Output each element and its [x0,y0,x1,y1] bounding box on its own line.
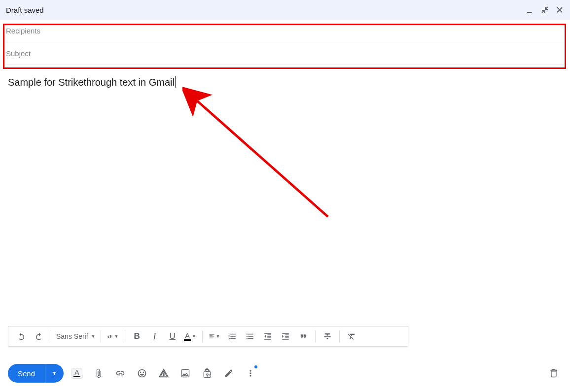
recipients-input[interactable] [6,27,564,35]
bottom-action-bar: Send ▼ A [8,361,562,385]
toolbar-separator [51,330,51,342]
link-icon[interactable] [115,368,126,379]
bold-icon[interactable]: B [131,330,143,342]
caret-down-icon: ▼ [91,334,96,339]
more-options-icon[interactable] [245,368,256,379]
redo-icon[interactable] [33,330,45,342]
notification-dot [254,365,257,368]
italic-icon[interactable]: I [149,330,161,342]
strikethrough-icon[interactable] [321,330,333,342]
font-name-label: Sans Serif [56,332,88,340]
toolbar-separator [339,330,340,342]
toolbar-separator [125,330,125,342]
svg-text:T: T [109,334,112,339]
svg-text:т: т [107,335,109,338]
compose-header: Draft saved [0,0,570,20]
subject-input[interactable] [6,49,564,58]
bottom-left-actions: Send ▼ A [8,364,259,383]
align-icon[interactable]: ▼ [209,330,220,342]
toolbar-separator [315,330,316,342]
svg-point-7 [249,375,251,376]
formatting-toolbar: Sans Serif ▼ тT ▼ B I U A ▼ ▼ [8,326,408,347]
toolbar-separator [202,330,203,342]
minimize-icon[interactable] [526,5,534,14]
svg-point-6 [249,372,251,374]
collapse-icon[interactable] [540,5,549,14]
svg-point-5 [249,370,251,371]
close-icon[interactable] [555,5,564,14]
indent-more-icon[interactable] [280,330,291,342]
body-text: Sample for Strikethrough text in Gmail [8,77,175,88]
undo-icon[interactable] [15,330,27,342]
numbered-list-icon[interactable] [226,330,238,342]
send-label: Send [8,369,45,378]
text-cursor [175,76,176,88]
insert-photo-icon[interactable] [180,368,191,379]
header-controls [526,5,564,14]
quote-icon[interactable] [297,330,309,342]
text-color-icon[interactable]: A ▼ [184,330,196,342]
bullet-list-icon[interactable] [244,330,256,342]
header-fields [0,20,570,65]
svg-rect-0 [527,12,532,13]
attach-icon[interactable] [93,368,104,379]
underline-icon[interactable]: U [167,330,178,342]
confidential-icon[interactable] [202,368,213,379]
caret-down-icon: ▼ [192,334,196,339]
message-body[interactable]: Sample for Strikethrough text in Gmail [0,65,570,326]
signature-icon[interactable] [223,368,234,379]
recipients-row[interactable] [6,20,564,42]
emoji-icon[interactable] [137,368,147,379]
remove-format-icon[interactable] [346,330,357,342]
drive-icon[interactable] [158,368,169,379]
formatting-options-icon[interactable]: A [71,368,82,379]
indent-less-icon[interactable] [262,330,274,342]
caret-down-icon: ▼ [216,334,220,339]
header-title: Draft saved [6,6,44,14]
send-button[interactable]: Send ▼ [8,364,64,383]
font-selector[interactable]: Sans Serif ▼ [54,332,98,340]
subject-row[interactable] [6,42,564,65]
send-options-caret[interactable]: ▼ [45,364,64,383]
discard-icon[interactable] [548,368,559,379]
caret-down-icon: ▼ [114,334,119,339]
toolbar-separator [101,330,101,342]
font-size-icon[interactable]: тT ▼ [107,330,119,342]
